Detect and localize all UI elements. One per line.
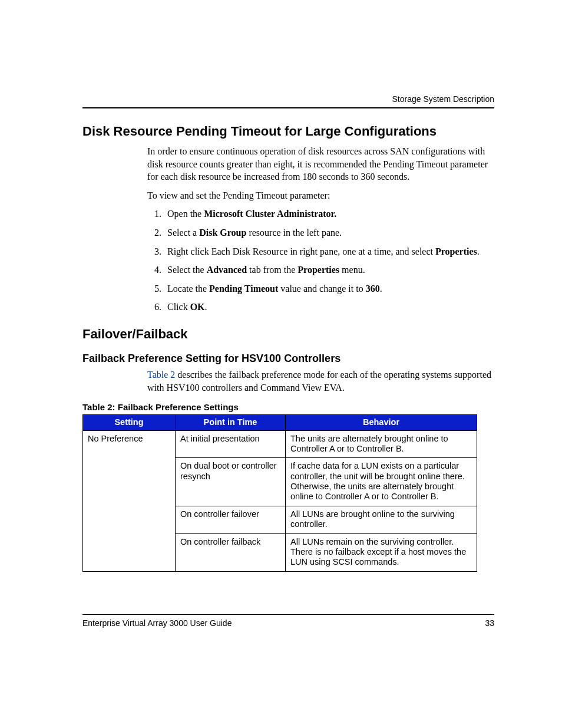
page-footer: Enterprise Virtual Array 3000 User Guide… bbox=[82, 614, 494, 628]
table-row: No Preference At initial presentation Th… bbox=[83, 430, 477, 458]
step-text-bold: Disk Group bbox=[199, 228, 246, 238]
cell-behavior: All LUNs remain on the surviving control… bbox=[286, 533, 477, 571]
step-text: Open the bbox=[167, 209, 204, 219]
step-6: Click OK. bbox=[164, 301, 494, 314]
col-header-setting: Setting bbox=[83, 415, 176, 430]
cell-setting: No Preference bbox=[83, 430, 176, 571]
subsection-heading-failback: Failback Preference Setting for HSV100 C… bbox=[82, 353, 494, 365]
cell-behavior: All LUNs are brought online to the survi… bbox=[286, 506, 477, 533]
table-caption: Table 2: Failback Preference Settings bbox=[82, 402, 494, 412]
step-text: resource in the left pane. bbox=[246, 228, 342, 238]
document-page: Storage System Description Disk Resource… bbox=[0, 0, 562, 728]
cell-time: On controller failback bbox=[176, 533, 286, 571]
step-text: Right click Each Disk Resource in right … bbox=[167, 246, 435, 256]
procedure-list: Open the Microsoft Cluster Administrator… bbox=[147, 207, 494, 314]
running-head: Storage System Description bbox=[392, 94, 494, 104]
failback-preference-table: Setting Point in Time Behavior No Prefer… bbox=[82, 414, 477, 572]
cell-time: On dual boot or controller resynch bbox=[176, 458, 286, 506]
footer-title: Enterprise Virtual Array 3000 User Guide bbox=[82, 618, 232, 628]
step-text-bold: Properties bbox=[297, 265, 339, 275]
ref-paragraph-rest: describes the failback preference mode f… bbox=[147, 370, 491, 393]
step-5: Locate the Pending Timeout value and cha… bbox=[164, 282, 494, 295]
step-text-bold: OK bbox=[190, 302, 205, 312]
step-1: Open the Microsoft Cluster Administrator… bbox=[164, 207, 494, 220]
step-text: menu. bbox=[339, 265, 365, 275]
footer-rule bbox=[82, 614, 494, 615]
page-content: Disk Resource Pending Timeout for Large … bbox=[82, 124, 494, 572]
section-heading-disk-resource: Disk Resource Pending Timeout for Large … bbox=[82, 124, 494, 139]
section2-body: Table 2 describes the failback preferenc… bbox=[147, 368, 494, 394]
table-reference-paragraph: Table 2 describes the failback preferenc… bbox=[147, 368, 494, 394]
step-text-bold: Properties bbox=[435, 246, 477, 256]
table-header-row: Setting Point in Time Behavior bbox=[83, 415, 477, 430]
step-3: Right click Each Disk Resource in right … bbox=[164, 245, 494, 258]
step-text: Locate the bbox=[167, 284, 209, 294]
step-text: . bbox=[380, 284, 382, 294]
step-text: tab from the bbox=[247, 265, 297, 275]
step-text: Select the bbox=[167, 265, 207, 275]
step-text: value and change it to bbox=[278, 284, 365, 294]
step-text: Click bbox=[167, 302, 190, 312]
step-text-bold: Pending Timeout bbox=[209, 284, 278, 294]
step-4: Select the Advanced tab from the Propert… bbox=[164, 263, 494, 276]
col-header-behavior: Behavior bbox=[286, 415, 477, 430]
step-text-bold: 360 bbox=[366, 284, 380, 294]
section-heading-failover: Failover/Failback bbox=[82, 327, 494, 342]
intro-paragraph: In order to ensure continuous operation … bbox=[147, 145, 494, 183]
cell-behavior: If cache data for a LUN exists on a part… bbox=[286, 458, 477, 506]
page-number: 33 bbox=[485, 618, 494, 628]
step-text: . bbox=[477, 246, 480, 256]
table-cross-ref[interactable]: Table 2 bbox=[147, 370, 175, 380]
step-2: Select a Disk Group resource in the left… bbox=[164, 226, 494, 239]
step-text-bold: Advanced bbox=[207, 265, 247, 275]
cell-behavior: The units are alternately brought online… bbox=[286, 430, 477, 458]
lead-paragraph: To view and set the Pending Timeout para… bbox=[147, 189, 494, 202]
header-rule bbox=[82, 107, 494, 108]
cell-time: On controller failover bbox=[176, 506, 286, 533]
step-text: . bbox=[205, 302, 207, 312]
section1-body: In order to ensure continuous operation … bbox=[147, 145, 494, 314]
step-text-bold: Microsoft Cluster Administrator. bbox=[204, 209, 336, 219]
step-text: Select a bbox=[167, 228, 199, 238]
col-header-time: Point in Time bbox=[176, 415, 286, 430]
cell-time: At initial presentation bbox=[176, 430, 286, 458]
